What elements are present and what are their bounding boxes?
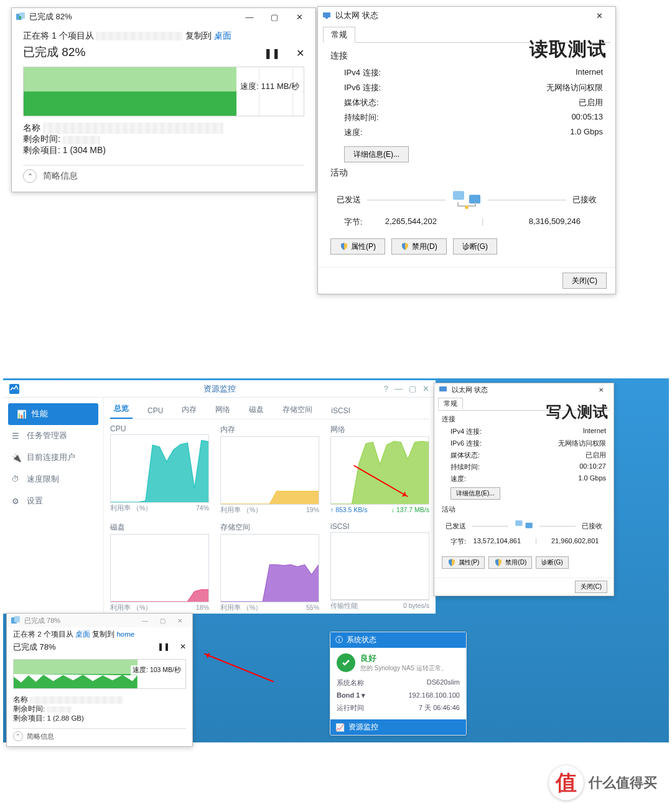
progress-heading: 已完成 78% xyxy=(13,642,56,653)
duration-value: 00:10:27 xyxy=(579,462,606,472)
media-value: 已启用 xyxy=(586,451,606,460)
close-button2[interactable]: 关闭(C) xyxy=(575,581,607,593)
svg-point-6 xyxy=(465,205,469,209)
properties-button[interactable]: 属性(P) xyxy=(330,238,385,255)
watermark: 值 什么值得买 xyxy=(549,765,657,800)
close-button2[interactable]: 关闭(C) xyxy=(562,273,607,289)
group-activity: 活动 xyxy=(330,167,603,179)
disable-button[interactable]: 禁用(D) xyxy=(488,556,532,569)
rm-tabs: 总览 CPU 内存 网络 磁盘 存储空间 iSCSI xyxy=(110,403,429,419)
brief-toggle[interactable]: ⌃简略信息 xyxy=(13,728,186,741)
maximize-button[interactable]: ▢ xyxy=(262,8,287,26)
recv-bytes: 21,960,602,801 xyxy=(551,537,599,546)
maximize-button[interactable]: ▢ xyxy=(409,384,416,393)
src-link[interactable]: 桌面 xyxy=(75,630,90,638)
window-title: 已完成 78% xyxy=(24,616,60,625)
sidebar-item-performance[interactable]: 📊性能 xyxy=(8,403,98,425)
dest-link[interactable]: home xyxy=(116,630,134,638)
pane-disk[interactable]: 磁盘 利用率 （%）18% xyxy=(110,522,209,612)
sent-bytes: 2,265,544,202 xyxy=(385,217,437,228)
minimize-button[interactable]: — xyxy=(394,384,403,393)
diagnose-button[interactable]: 诊断(G) xyxy=(536,556,568,569)
close-button[interactable]: ✕ xyxy=(422,384,429,393)
brief-toggle[interactable]: ⌃ 简略信息 xyxy=(23,165,304,183)
tab-volume[interactable]: 存储空间 xyxy=(279,404,316,419)
ipv6-value: 无网络访问权限 xyxy=(558,439,606,448)
minimize-button[interactable]: — xyxy=(237,8,262,26)
cancel-button[interactable]: ✕ xyxy=(180,642,186,651)
close-button[interactable]: ✕ xyxy=(171,614,189,627)
overlay-title: 写入测试 xyxy=(546,402,609,422)
cancel-button[interactable]: ✕ xyxy=(296,47,304,59)
pane-volume[interactable]: 存储空间 利用率 （%）55% xyxy=(220,522,319,612)
pane-memory[interactable]: 内存 利用率 （%）19% xyxy=(220,424,319,515)
ethernet-status-write: 以太网 状态 ✕ 常规 写入测试 连接 IPv4 连接:Internet IPv… xyxy=(434,383,614,596)
pane-cpu[interactable]: CPU 利用率 （%）74% xyxy=(110,424,209,515)
sidebar-item-speedlimit[interactable]: ⏱速度限制 xyxy=(3,469,103,490)
remaining-time-row: 剩余时间: xyxy=(13,704,186,714)
svg-marker-11 xyxy=(111,590,208,602)
rm-title: 资源监控 xyxy=(203,383,236,395)
rm-sidebar: 📊性能 ☰任务管理器 🔌目前连接用户 ⏱速度限制 ⚙设置 xyxy=(3,382,104,614)
computers-icon xyxy=(452,189,482,211)
pane-iscsi[interactable]: iSCSI 传输性能0 bytes/s xyxy=(330,522,429,612)
tab-iscsi[interactable]: iSCSI xyxy=(327,406,354,419)
titlebar[interactable]: 以太网 状态 ✕ xyxy=(318,7,615,24)
speed-value: 103 MB/秒 xyxy=(150,666,181,673)
sidebar-item-taskmgr[interactable]: ☰任务管理器 xyxy=(3,425,103,447)
widget-header[interactable]: ⓘ系统状态 xyxy=(330,632,466,648)
sidebar-item-users[interactable]: 🔌目前连接用户 xyxy=(3,447,103,469)
widget-header-rm[interactable]: 📈资源监控 xyxy=(330,719,466,735)
throughput-chart: 速度: 111 MB/秒 xyxy=(23,67,304,116)
tab-general[interactable]: 常规 xyxy=(323,27,355,43)
help-button[interactable]: ? xyxy=(384,384,388,393)
remaining-time-row: 剩余时间: xyxy=(23,134,304,145)
close-button[interactable]: ✕ xyxy=(592,383,610,396)
maximize-button[interactable]: ▢ xyxy=(154,614,171,627)
bond-ip: 192.168.100.100 xyxy=(408,691,460,699)
titlebar[interactable]: 以太网 状态 ✕ xyxy=(434,383,614,396)
pause-button[interactable]: ❚❚ xyxy=(264,47,280,59)
upload-rate: ↑ 853.5 KB/s xyxy=(330,506,368,513)
rm-titlebar[interactable]: 资源监控 ? — ▢ ✕ xyxy=(3,380,436,398)
copy-icon xyxy=(11,615,21,625)
dest-link[interactable]: 桌面 xyxy=(214,30,231,40)
titlebar[interactable]: 已完成 82% — ▢ ✕ xyxy=(12,8,315,26)
recv-bytes: 8,316,509,246 xyxy=(529,217,581,228)
overlay-title: 读取测试 xyxy=(530,37,607,62)
close-button[interactable]: ✕ xyxy=(287,8,312,26)
tab-overview[interactable]: 总览 xyxy=(110,403,133,419)
tab-general[interactable]: 常规 xyxy=(438,398,463,409)
tab-network[interactable]: 网络 xyxy=(212,404,234,419)
minimize-button[interactable]: — xyxy=(136,614,154,627)
pause-button[interactable]: ❚❚ xyxy=(157,642,170,651)
svg-rect-16 xyxy=(526,523,533,528)
diagnose-button[interactable]: 诊断(G) xyxy=(453,238,497,255)
pane-network[interactable]: 网络 ↑ 853.5 KB/s↓ 137.7 MB/s xyxy=(330,424,429,515)
speed-value: 111 MB/秒 xyxy=(261,82,299,91)
iscsi-rate: 0 bytes/s xyxy=(403,602,429,610)
status-good: 良好 xyxy=(360,653,447,664)
disable-button[interactable]: 禁用(D) xyxy=(391,238,447,255)
close-button[interactable]: ✕ xyxy=(587,7,612,24)
details-button[interactable]: 详细信息(E)... xyxy=(344,146,409,162)
window-title: 以太网 状态 xyxy=(335,10,378,21)
tab-disk[interactable]: 磁盘 xyxy=(245,404,268,419)
tab-cpu[interactable]: CPU xyxy=(144,406,167,419)
ipv4-value: Internet xyxy=(576,67,603,78)
window-title: 以太网 状态 xyxy=(452,385,488,395)
speed-value: 1.0 Gbps xyxy=(578,474,606,484)
copy-icon xyxy=(16,12,26,22)
copy-dialog-write: 已完成 78% —▢✕ 正在将 2 个项目从 桌面 复制到 home 已完成 7… xyxy=(6,613,193,747)
speed-value: 1.0 Gbps xyxy=(570,127,603,138)
bond-dropdown[interactable]: Bond 1 ▾ xyxy=(337,691,365,699)
disk-pct: 18% xyxy=(196,604,209,612)
titlebar[interactable]: 已完成 78% —▢✕ xyxy=(7,614,192,627)
details-button[interactable]: 详细信息(E)... xyxy=(450,487,500,500)
tab-memory[interactable]: 内存 xyxy=(178,404,200,419)
network-icon xyxy=(322,11,332,21)
sidebar-item-settings[interactable]: ⚙设置 xyxy=(3,490,103,512)
chart-icon: 📊 xyxy=(17,409,27,419)
properties-button[interactable]: 属性(P) xyxy=(442,556,485,569)
plug-icon: 🔌 xyxy=(12,453,22,463)
